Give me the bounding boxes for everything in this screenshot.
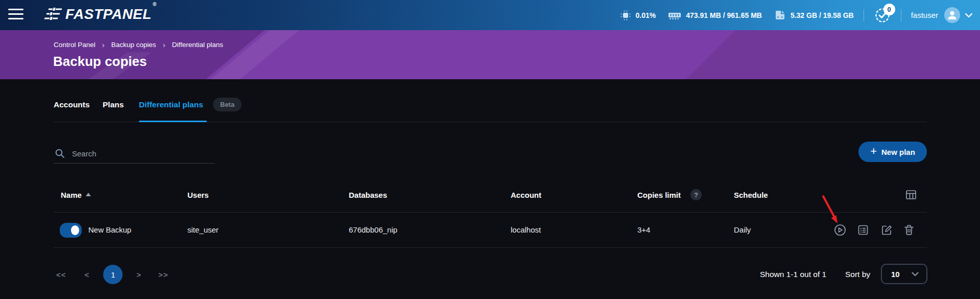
column-settings-icon[interactable] [905,189,917,201]
column-header-users: Users [187,191,209,199]
chevron-down-icon [911,271,919,277]
tab-plans[interactable]: Plans [103,100,124,109]
disk-icon [774,9,786,21]
table-header-divider [54,212,927,213]
topbar-divider [901,9,901,21]
notifications-button[interactable]: 0 [874,7,891,24]
trash-icon[interactable] [903,224,915,236]
page-header-banner: Control Panel › Backup copies › Differen… [0,30,980,79]
disk-value: 5.32 GB / 19.58 GB [791,11,854,19]
plus-icon: + [870,145,877,158]
breadcrumb-backup-copies[interactable]: Backup copies [111,41,156,49]
pagination-first[interactable]: << [56,270,66,279]
cpu-icon [620,10,631,21]
column-header-name[interactable]: Name [61,191,82,199]
table-row-divider [54,247,927,248]
per-page-value: 10 [891,270,900,279]
plan-enabled-toggle[interactable] [60,223,82,238]
breadcrumb: Control Panel › Backup copies › Differen… [54,40,223,49]
column-header-copies-limit: Copies limit [637,191,681,199]
log-icon[interactable] [857,224,869,236]
cell-account: localhost [511,225,541,234]
pagination-prev[interactable]: < [85,270,90,279]
pagination: << < 1 > >> [56,263,169,286]
tab-accounts[interactable]: Accounts [54,100,90,109]
disk-stat: 5.32 GB / 19.58 GB [774,9,854,21]
search-icon [55,148,65,158]
cpu-value: 0.01% [636,11,656,19]
active-tab-underline [139,121,207,122]
shown-count-label: Shown 1-1 out of 1 [760,270,826,279]
breadcrumb-separator: › [102,40,105,49]
app-window: FASTPANEL® 0.01% [0,0,980,299]
cell-schedule: Daily [734,225,751,234]
cell-users: site_user [187,225,219,234]
tab-differential-plans[interactable]: Differential plans [139,100,203,109]
user-avatar-icon [944,7,960,23]
help-icon[interactable]: ? [690,189,702,200]
hamburger-icon[interactable] [8,8,23,21]
new-plan-label: New plan [881,148,915,156]
notification-count-badge: 0 [883,4,895,15]
cpu-stat: 0.01% [620,10,656,21]
chevron-down-icon [964,12,973,18]
new-plan-button[interactable]: + New plan [858,142,927,162]
username-label: fastuser [911,11,938,19]
fastpanel-logo[interactable]: FASTPANEL® [44,6,156,22]
beta-badge: Beta [213,98,242,111]
cell-name: New Backup [88,225,131,234]
per-page-select[interactable]: 10 [881,264,927,284]
breadcrumb-separator: › [163,40,165,49]
ram-value: 473.91 MB / 961.65 MB [686,11,762,19]
column-header-schedule: Schedule [734,191,768,199]
search-input[interactable] [72,149,205,158]
top-bar: FASTPANEL® 0.01% [0,0,980,30]
registered-mark: ® [153,2,157,7]
breadcrumb-differential-plans[interactable]: Differential plans [172,41,223,49]
equalizer-logo-icon [44,7,62,22]
logo-text: FASTPANEL® [65,6,156,22]
cell-copies-limit: 3+4 [637,225,650,234]
ram-icon [668,10,681,21]
column-header-account: Account [511,191,541,199]
search-field [54,144,214,164]
edit-icon[interactable] [880,224,893,236]
user-menu[interactable]: fastuser [911,7,973,23]
cell-databases: 676dbb06_nip [349,225,397,234]
page-title: Backup copies [53,54,147,70]
column-header-databases: Databases [349,191,387,199]
topbar-right-cluster: 0.01% 473.91 MB / 961.65 MB 5.32 GB / 19… [608,0,973,30]
pagination-page-1[interactable]: 1 [103,265,123,284]
ram-stat: 473.91 MB / 961.65 MB [668,10,762,21]
red-annotation-arrow [820,195,843,226]
breadcrumb-control-panel[interactable]: Control Panel [54,41,95,49]
pagination-next[interactable]: > [136,270,141,279]
sort-ascending-icon[interactable] [86,193,91,196]
topbar-divider [864,9,864,21]
sort-by-label: Sort by [845,270,870,279]
pagination-last[interactable]: >> [158,270,169,279]
